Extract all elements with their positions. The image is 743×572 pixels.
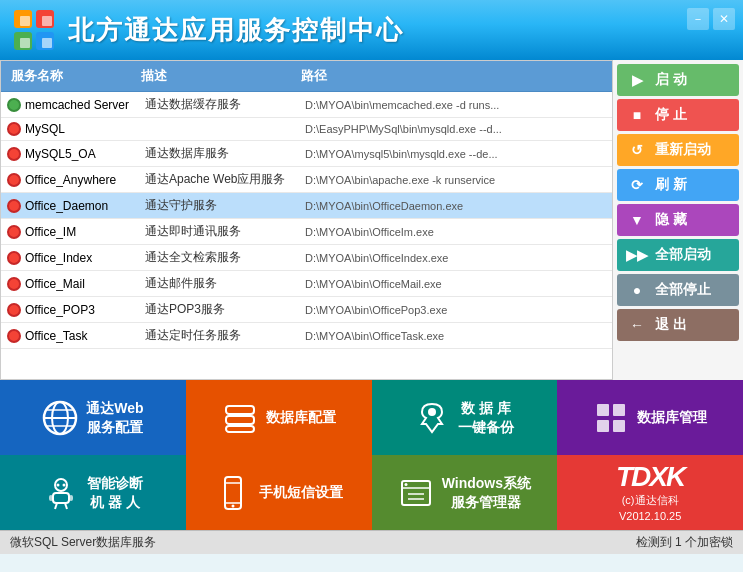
app-logo — [10, 6, 58, 54]
table-row[interactable]: Office_Index 通达全文检索服务 D:\MYOA\bin\Office… — [1, 245, 612, 271]
svg-rect-15 — [226, 426, 254, 432]
service-path: D:\MYOA\bin\apache.exe -k runservice — [305, 174, 612, 186]
service-path: D:\MYOA\mysql5\bin\mysqld.exe --de... — [305, 148, 612, 160]
service-desc: 通达守护服务 — [145, 197, 305, 214]
table-body[interactable]: memcached Server 通达数据缓存服务 D:\MYOA\bin\me… — [1, 92, 612, 379]
sidebar-restart-button[interactable]: ↺重新启动 — [617, 134, 739, 166]
status-left: 微软SQL Server数据库服务 — [10, 534, 156, 551]
restart-icon: ↺ — [627, 140, 647, 160]
status-indicator — [7, 199, 21, 213]
stop-all-icon: ● — [627, 280, 647, 300]
sidebar-exit-button[interactable]: ←退 出 — [617, 309, 739, 341]
minimize-button[interactable]: － — [687, 8, 709, 30]
window-controls: － ✕ — [687, 8, 735, 30]
tile-web-config[interactable]: 通达Web服务配置 — [0, 380, 186, 455]
service-desc: 通达Apache Web应用服务 — [145, 171, 305, 188]
win-mgr-icon — [398, 475, 434, 511]
table-row[interactable]: Office_Daemon 通达守护服务 D:\MYOA\bin\OfficeD… — [1, 193, 612, 219]
status-indicator — [7, 173, 21, 187]
service-path: D:\MYOA\bin\memcached.exe -d runs... — [305, 99, 612, 111]
service-path: D:\EasyPHP\MySql\bin\mysqld.exe --d... — [305, 123, 612, 135]
sidebar-refresh-button[interactable]: ⟳刷 新 — [617, 169, 739, 201]
sidebar-stop-all-button[interactable]: ●全部停止 — [617, 274, 739, 306]
svg-rect-28 — [69, 495, 73, 501]
svg-rect-5 — [42, 16, 52, 26]
refresh-icon: ⟳ — [627, 175, 647, 195]
status-indicator — [7, 329, 21, 343]
sidebar-stop-button[interactable]: ■停 止 — [617, 99, 739, 131]
svg-rect-4 — [20, 16, 30, 26]
table-row[interactable]: Office_Mail 通达邮件服务 D:\MYOA\bin\OfficeMai… — [1, 271, 612, 297]
table-row[interactable]: memcached Server 通达数据缓存服务 D:\MYOA\bin\me… — [1, 92, 612, 118]
start-all-icon: ▶▶ — [627, 245, 647, 265]
tile-db-config[interactable]: 数据库配置 — [186, 380, 372, 455]
svg-point-37 — [404, 483, 407, 486]
table-row[interactable]: Office_IM 通达即时通讯服务 D:\MYOA\bin\OfficeIm.… — [1, 219, 612, 245]
close-button[interactable]: ✕ — [713, 8, 735, 30]
table-row[interactable]: Office_Task 通达定时任务服务 D:\MYOA\bin\OfficeT… — [1, 323, 612, 349]
status-indicator — [7, 251, 21, 265]
status-bar: 微软SQL Server数据库服务 检测到 1 个加密锁 — [0, 530, 743, 554]
sms-label: 手机短信设置 — [259, 483, 343, 501]
tile-win-mgr[interactable]: Windows系统服务管理器 — [372, 455, 558, 530]
svg-rect-19 — [597, 420, 609, 432]
status-indicator — [7, 303, 21, 317]
svg-rect-14 — [226, 416, 254, 424]
title-bar: 北方通达应用服务控制中心 － ✕ — [0, 0, 743, 60]
status-indicator — [7, 147, 21, 161]
service-name: Office_Anywhere — [25, 173, 145, 187]
main-content: 服务名称 描述 路径 memcached Server 通达数据缓存服务 D:\… — [0, 60, 743, 380]
service-desc: 通达POP3服务 — [145, 301, 305, 318]
status-indicator — [7, 225, 21, 239]
svg-rect-6 — [20, 38, 30, 48]
sidebar-hide-button[interactable]: ▼隐 藏 — [617, 204, 739, 236]
service-name: Office_Index — [25, 251, 145, 265]
table-row[interactable]: Office_Anywhere 通达Apache Web应用服务 D:\MYOA… — [1, 167, 612, 193]
status-indicator — [7, 277, 21, 291]
service-name: Office_IM — [25, 225, 145, 239]
service-path: D:\MYOA\bin\OfficeIm.exe — [305, 226, 612, 238]
web-config-label: 通达Web服务配置 — [86, 399, 143, 435]
service-name: Office_Daemon — [25, 199, 145, 213]
service-path: D:\MYOA\bin\OfficeMail.exe — [305, 278, 612, 290]
service-table: 服务名称 描述 路径 memcached Server 通达数据缓存服务 D:\… — [0, 60, 613, 380]
svg-point-16 — [428, 408, 436, 416]
win-mgr-label: Windows系统服务管理器 — [442, 474, 531, 510]
header-name: 服务名称 — [1, 67, 141, 85]
service-path: D:\MYOA\bin\OfficeIndex.exe — [305, 252, 612, 264]
tile-ai-diag[interactable]: 智能诊断机 器 人 — [0, 455, 186, 530]
tile-db-backup[interactable]: 数 据 库一键备份 — [372, 380, 558, 455]
header-path: 路径 — [301, 67, 612, 85]
service-name: MySQL5_OA — [25, 147, 145, 161]
svg-point-26 — [62, 483, 65, 486]
status-indicator — [7, 122, 21, 136]
tile-sms[interactable]: 手机短信设置 — [186, 455, 372, 530]
sidebar-start-all-button[interactable]: ▶▶全部启动 — [617, 239, 739, 271]
header-desc: 描述 — [141, 67, 301, 85]
db-config-icon — [222, 400, 258, 436]
svg-point-32 — [231, 504, 234, 507]
service-name: MySQL — [25, 122, 145, 136]
table-row[interactable]: MySQL5_OA 通达数据库服务 D:\MYOA\mysql5\bin\mys… — [1, 141, 612, 167]
hide-icon: ▼ — [627, 210, 647, 230]
svg-rect-27 — [49, 495, 53, 501]
db-backup-icon — [414, 400, 450, 436]
tile-db-mgmt[interactable]: 数据库管理 — [557, 380, 743, 455]
service-name: memcached Server — [25, 98, 145, 112]
table-row[interactable]: Office_POP3 通达POP3服务 D:\MYOA\bin\OfficeP… — [1, 297, 612, 323]
tile-tdxk[interactable]: TDXK (c)通达信科V2012.10.25 — [557, 455, 743, 530]
service-desc: 通达数据缓存服务 — [145, 96, 305, 113]
table-row[interactable]: MySQL D:\EasyPHP\MySql\bin\mysqld.exe --… — [1, 118, 612, 141]
web-config-icon — [42, 400, 78, 436]
start-icon: ▶ — [627, 70, 647, 90]
sidebar-start-button[interactable]: ▶启 动 — [617, 64, 739, 96]
service-path: D:\MYOA\bin\OfficePop3.exe — [305, 304, 612, 316]
svg-rect-29 — [225, 477, 241, 509]
status-right: 检测到 1 个加密锁 — [636, 534, 733, 551]
service-name: Office_Mail — [25, 277, 145, 291]
status-indicator — [7, 98, 21, 112]
svg-rect-20 — [613, 420, 625, 432]
service-name: Office_Task — [25, 329, 145, 343]
svg-rect-13 — [226, 406, 254, 414]
sms-icon — [215, 475, 251, 511]
